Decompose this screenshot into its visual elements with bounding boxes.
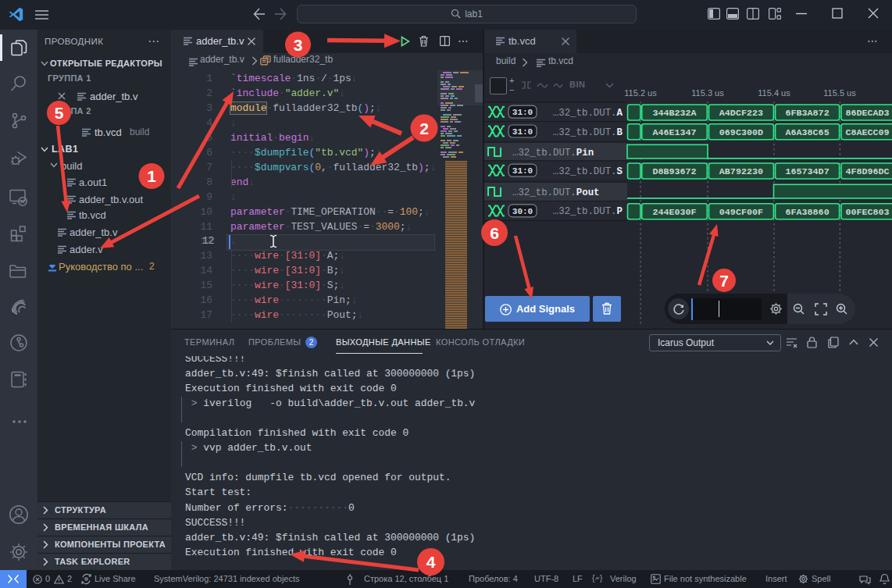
- svg-text:…32_tb.DUT.S: …32_tb.DUT.S: [553, 166, 623, 177]
- svg-text:244E030F: 244E030F: [652, 207, 696, 218]
- svg-text:344B232A: 344B232A: [652, 108, 697, 119]
- svg-text:31:0: 31:0: [512, 166, 533, 176]
- svg-text:6FA38860: 6FA38860: [786, 207, 830, 218]
- svg-text:AB792230: AB792230: [719, 166, 763, 177]
- svg-text:…32_tb.DUT.B: …32_tb.DUT.B: [553, 127, 623, 138]
- svg-text:…32_tb.DUT.P: …32_tb.DUT.P: [553, 206, 623, 217]
- svg-text:…32_tb.DUT.Pout: …32_tb.DUT.Pout: [512, 187, 600, 198]
- svg-text:049CF00F: 049CF00F: [719, 207, 763, 218]
- svg-text:86DECAD3: 86DECAD3: [845, 108, 889, 119]
- svg-text:…32_tb.DUT.A: …32_tb.DUT.A: [553, 108, 623, 119]
- svg-text:069C300D: 069C300D: [719, 127, 763, 138]
- svg-text:30:0: 30:0: [512, 207, 533, 216]
- svg-text:D8B93672: D8B93672: [652, 166, 696, 177]
- svg-text:4F8D96DC: 4F8D96DC: [845, 166, 889, 177]
- svg-text:A4DCF223: A4DCF223: [719, 108, 763, 119]
- svg-text:6FB3A872: 6FB3A872: [786, 108, 830, 119]
- svg-text:31:0: 31:0: [512, 108, 533, 117]
- svg-text:A6A38C65: A6A38C65: [786, 127, 830, 138]
- svg-text:00FEC803: 00FEC803: [845, 207, 889, 218]
- svg-text:A46E1347: A46E1347: [652, 127, 696, 138]
- svg-text:165734D7: 165734D7: [786, 166, 830, 177]
- svg-text:…32_tb.DUT.Pin: …32_tb.DUT.Pin: [512, 148, 594, 159]
- svg-text:31:0: 31:0: [512, 127, 533, 137]
- svg-text:C8AECC09: C8AECC09: [845, 127, 889, 138]
